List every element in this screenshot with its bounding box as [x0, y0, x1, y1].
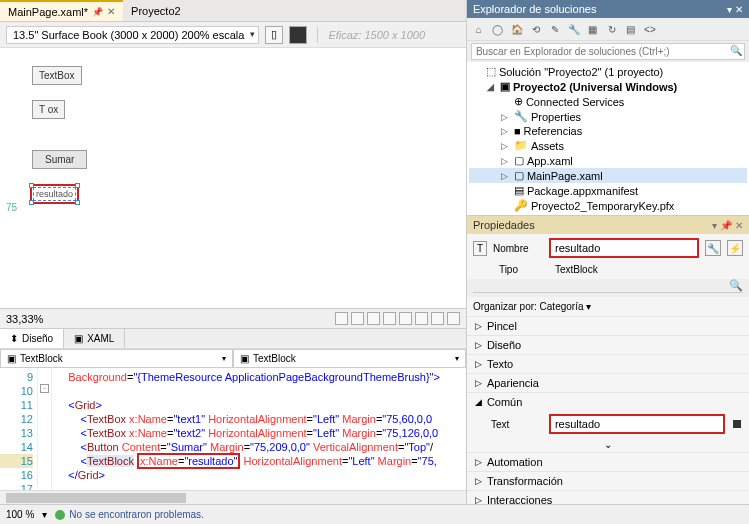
refresh-icon[interactable]: ↻: [604, 21, 620, 37]
textbox-text2[interactable]: T ox: [32, 100, 65, 119]
type-value: TextBlock: [555, 264, 598, 275]
prop-marker-icon[interactable]: [733, 420, 741, 428]
tree-references[interactable]: ▷■ Referencias: [469, 124, 747, 138]
close-icon[interactable]: ✕: [107, 6, 115, 17]
design-surface: TextBox T ox Sumar resultado: [32, 60, 112, 308]
organize-label[interactable]: Organizar por: Categoría ▾: [467, 297, 749, 316]
zoom-percent[interactable]: 33,33%: [6, 313, 43, 325]
device-icon[interactable]: [383, 312, 396, 325]
solution-search[interactable]: 🔍: [471, 43, 745, 60]
tree-manifest[interactable]: ▤ Package.appxmanifest: [469, 183, 747, 198]
wrench-icon[interactable]: 🔧: [566, 21, 582, 37]
fold-icon[interactable]: -: [40, 384, 49, 393]
orientation-portrait-icon[interactable]: ▯: [265, 26, 283, 44]
textblock-resultado: resultado: [33, 187, 76, 201]
expand-more[interactable]: ⌄: [467, 437, 749, 452]
lightning-icon[interactable]: ⚡: [727, 240, 743, 256]
lines-icon[interactable]: [431, 312, 444, 325]
status-message: No se encontraron problemas.: [69, 509, 204, 520]
textbox-text1[interactable]: TextBox: [32, 66, 82, 85]
search-icon: 🔍: [729, 279, 743, 292]
button-sumar[interactable]: Sumar: [32, 150, 87, 169]
status-ok-icon: [55, 510, 65, 520]
home-icon[interactable]: ⌂: [471, 21, 487, 37]
brush-icon[interactable]: ✎: [547, 21, 563, 37]
close-icon[interactable]: ✕: [735, 4, 743, 15]
properties-header: Propiedades ▾ 📌 ✕: [467, 215, 749, 234]
horizontal-scrollbar[interactable]: [0, 490, 466, 504]
cat-pincel[interactable]: ▷Pincel: [467, 316, 749, 335]
cat-transform[interactable]: ▷Transformación: [467, 471, 749, 490]
prop-text: Text: [467, 411, 749, 437]
name-label: Nombre: [493, 243, 543, 254]
props-icon[interactable]: ▤: [623, 21, 639, 37]
props-search[interactable]: 🔍: [473, 279, 743, 293]
fx-icon[interactable]: [399, 312, 412, 325]
code-icon[interactable]: <>: [642, 21, 658, 37]
effective-size-label: Eficaz: 1500 x 1000: [328, 29, 425, 41]
zoom-label[interactable]: 100 %: [6, 509, 34, 520]
dropdown-icon[interactable]: ▾: [727, 4, 732, 15]
pin-icon[interactable]: 📌: [92, 7, 103, 17]
sync-icon[interactable]: ⟲: [528, 21, 544, 37]
design-canvas[interactable]: 75 TextBox T ox Sumar resultado: [0, 48, 466, 308]
snap-icon[interactable]: [351, 312, 364, 325]
type-icon: T: [473, 241, 487, 256]
selected-textblock[interactable]: resultado: [30, 184, 79, 204]
code-editor[interactable]: 91011 121314 15161718 - Background="{The…: [0, 368, 466, 490]
divider: [317, 27, 318, 43]
tree-mainpage[interactable]: ▷▢ MainPage.xaml: [469, 168, 747, 183]
props-name-row: T Nombre 🔧 ⚡: [467, 234, 749, 262]
solution-search-input[interactable]: [472, 44, 728, 59]
status-bar: 100 % ▾ No se encontraron problemas.: [0, 504, 749, 524]
tree-appxaml[interactable]: ▷▢ App.xaml: [469, 153, 747, 168]
cat-automation[interactable]: ▷Automation: [467, 452, 749, 471]
text-label: Text: [491, 419, 541, 430]
ctrl-icon[interactable]: [415, 312, 428, 325]
ruler-y-value: 75: [6, 202, 17, 213]
tree-connected-services[interactable]: ⊕ Connected Services: [469, 94, 747, 109]
solution-explorer-header: Explorador de soluciones ▾✕: [467, 0, 749, 18]
solution-tree: ⬚ Solución "Proyecto2" (1 proyecto) ◢▣ P…: [467, 62, 749, 215]
outline-column: -: [38, 368, 52, 490]
home2-icon[interactable]: 🏠: [509, 21, 525, 37]
cat-diseno[interactable]: ▷Diseño: [467, 335, 749, 354]
split-tab-design[interactable]: ⬍ Diseño: [0, 329, 64, 348]
solution-toolbar: ⌂ ◯ 🏠 ⟲ ✎ 🔧 ▦ ↻ ▤ <>: [467, 18, 749, 41]
refresh-icon[interactable]: [447, 312, 460, 325]
name-input[interactable]: [549, 238, 699, 258]
tree-assets[interactable]: ▷📁 Assets: [469, 138, 747, 153]
wrench-icon[interactable]: 🔧: [705, 240, 721, 256]
showall-icon[interactable]: ▦: [585, 21, 601, 37]
cat-comun[interactable]: ◢Común: [467, 392, 749, 411]
pin-icon[interactable]: ▾ 📌: [712, 220, 732, 231]
tab-proyecto2[interactable]: Proyecto2: [123, 0, 189, 21]
line-gutter: 91011 121314 15161718: [0, 368, 38, 490]
close-icon[interactable]: ✕: [735, 220, 743, 231]
grid2-icon[interactable]: [367, 312, 380, 325]
split-tab-xaml[interactable]: ▣ XAML: [64, 329, 125, 348]
cat-apariencia[interactable]: ▷Apariencia: [467, 373, 749, 392]
tree-tempkey[interactable]: 🔑 Proyecto2_TemporaryKey.pfx: [469, 198, 747, 213]
device-dropdown[interactable]: 13.5" Surface Book (3000 x 2000) 200% es…: [6, 26, 259, 44]
type-label: Tipo: [499, 264, 549, 275]
cat-texto[interactable]: ▷Texto: [467, 354, 749, 373]
document-tabs: MainPage.xaml* 📌 ✕ Proyecto2: [0, 0, 466, 22]
search-icon[interactable]: 🔍: [728, 44, 744, 59]
orientation-landscape-icon[interactable]: [289, 26, 307, 44]
grid-icon[interactable]: [335, 312, 348, 325]
code-dd-left[interactable]: ▣ TextBlock: [0, 349, 233, 368]
tab-mainpage[interactable]: MainPage.xaml* 📌 ✕: [0, 0, 123, 21]
code-lines: Background="{ThemeResource ApplicationPa…: [52, 368, 444, 490]
zoom-toolbar: 33,33%: [0, 308, 466, 328]
code-dd-right[interactable]: ▣ TextBlock: [233, 349, 466, 368]
back-icon[interactable]: ◯: [490, 21, 506, 37]
props-type-row: Tipo TextBlock: [467, 262, 749, 279]
tree-properties[interactable]: ▷🔧 Properties: [469, 109, 747, 124]
tree-solution-root[interactable]: ⬚ Solución "Proyecto2" (1 proyecto): [469, 64, 747, 79]
split-view-tabs: ⬍ Diseño ▣ XAML: [0, 328, 466, 348]
tab-label: MainPage.xaml*: [8, 6, 88, 18]
tree-project[interactable]: ◢▣ Proyecto2 (Universal Windows): [469, 79, 747, 94]
text-input[interactable]: [549, 414, 725, 434]
tab-label: Proyecto2: [131, 5, 181, 17]
